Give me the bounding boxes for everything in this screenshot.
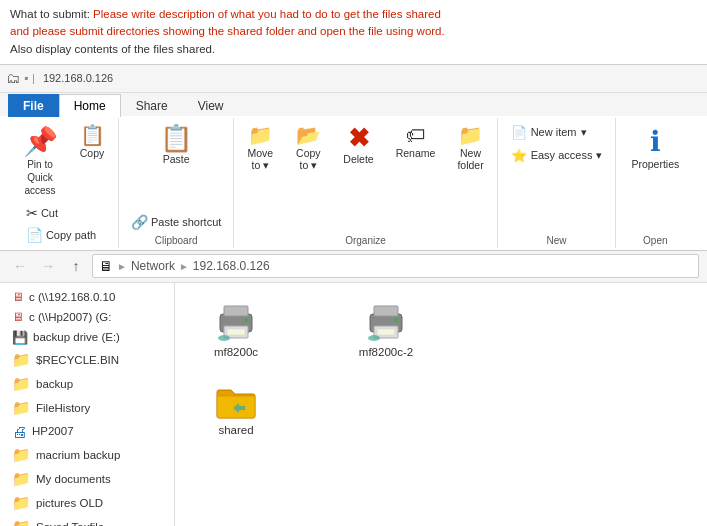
folder-icon-backup: 📁: [12, 375, 31, 393]
cut-button[interactable]: ✂ Cut: [20, 202, 102, 224]
sidebar-item-pictures[interactable]: 📁 pictures OLD: [0, 491, 174, 515]
instruction-line3: Also display contents of the files share…: [10, 43, 215, 55]
tab-share[interactable]: Share: [121, 94, 183, 117]
properties-button[interactable]: ℹ Properties: [622, 122, 688, 173]
file-row-2: shared: [191, 379, 691, 441]
ribbon-group-paste: 📋 Paste 🔗 Paste shortcut Clipboard: [119, 118, 234, 248]
sidebar-item-filehistory[interactable]: 📁 FileHistory: [0, 396, 174, 420]
properties-label: Properties: [631, 158, 679, 170]
instruction-highlight: Please write description of what you had…: [93, 8, 441, 20]
paste-button[interactable]: 📋 Paste: [153, 122, 199, 168]
svg-rect-1: [224, 306, 248, 316]
sidebar-label-c1: c (\\192.168.0.10: [29, 291, 115, 303]
copy-to-button[interactable]: 📂 Copyto ▾: [288, 122, 328, 174]
svg-point-3: [244, 318, 248, 322]
pin-icon: 📌: [23, 125, 58, 158]
tab-view[interactable]: View: [183, 94, 239, 117]
sidebar-item-backup[interactable]: 📁 backup: [0, 372, 174, 396]
new-group-label: New: [547, 233, 567, 246]
new-item-arrow: ▾: [581, 126, 587, 139]
sidebar-item-mydocs[interactable]: 📁 My documents: [0, 467, 174, 491]
address-sep: ►: [179, 261, 189, 272]
pin-label: Pin to Quick access: [17, 158, 63, 197]
sidebar-item-macrium[interactable]: 📁 macrium backup: [0, 443, 174, 467]
folder-icon-mydocs: 📁: [12, 470, 31, 488]
paste-label: Paste: [163, 153, 190, 165]
delete-icon: ✖: [348, 125, 370, 151]
clipboard-stack: 📋 Copy: [72, 122, 112, 162]
file-item-printer2[interactable]: mf8200c-2: [341, 295, 431, 363]
open-items: ℹ Properties: [622, 122, 688, 233]
address-computer-icon: 🖥: [99, 258, 113, 274]
sidebar-item-c1[interactable]: 🖥 c (\\192.168.0.10: [0, 287, 174, 307]
nav-bar: ← → ↑ 🖥 ► Network ► 192.168.0.126: [0, 251, 707, 283]
address-chevron1: ►: [117, 261, 127, 272]
easy-access-button[interactable]: ⭐ Easy access ▾: [504, 145, 610, 166]
address-bar[interactable]: 🖥 ► Network ► 192.168.0.126: [92, 254, 699, 278]
title-bar: 🗂 ▪ | 192.168.0.126: [0, 65, 707, 93]
printer1-label: mf8200c: [214, 346, 258, 358]
sidebar-label-c2: c (\\Hp2007) (G:: [29, 311, 111, 323]
new-folder-icon: 📁: [458, 125, 483, 145]
file-item-printer1[interactable]: mf8200c: [191, 295, 281, 363]
move-to-button[interactable]: 📁 Moveto ▾: [240, 122, 280, 174]
sidebar-label-backup-drive: backup drive (E:): [33, 331, 120, 343]
address-ip: 192.168.0.126: [193, 259, 270, 273]
tab-home[interactable]: Home: [59, 94, 121, 117]
new-folder-button[interactable]: 📁 Newfolder: [450, 122, 490, 174]
back-button[interactable]: ←: [8, 254, 32, 278]
move-to-icon: 📁: [248, 125, 273, 145]
cut-label: Cut: [41, 207, 58, 219]
hp-icon: 🖨: [12, 423, 27, 440]
pin-to-quick-access-button[interactable]: 📌 Pin to Quick access: [10, 122, 70, 200]
ribbon-group-new: 📄 New item ▾ ⭐ Easy access ▾ New: [498, 118, 617, 248]
clipboard-label: Clipboard: [155, 233, 198, 246]
drive-icon: 💾: [12, 330, 28, 345]
copy-to-icon: 📂: [296, 125, 321, 145]
ribbon: 📌 Pin to Quick access 📋 Copy ✂ Cut 📄 Cop…: [0, 116, 707, 251]
rename-button[interactable]: 🏷 Rename: [389, 122, 443, 162]
main-content: 🖥 c (\\192.168.0.10 🖥 c (\\Hp2007) (G: 💾…: [0, 283, 707, 526]
printer2-label: mf8200c-2: [359, 346, 413, 358]
svg-rect-4: [227, 329, 245, 335]
instruction-line2: and please submit directories showing th…: [10, 25, 445, 37]
paste-shortcut-button[interactable]: 🔗 Paste shortcut: [125, 211, 227, 233]
sidebar-label-taxfile: Saved Taxfile: [36, 521, 104, 526]
file-item-shared[interactable]: shared: [191, 379, 281, 441]
sidebar-item-taxfile[interactable]: 📁 Saved Taxfile: [0, 515, 174, 526]
easy-access-label: Easy access: [531, 149, 593, 161]
tab-file[interactable]: File: [8, 94, 59, 117]
quick-access-icon: ▪: [24, 71, 28, 85]
delete-button[interactable]: ✖ Delete: [336, 122, 380, 168]
folder-icon-macrium: 📁: [12, 446, 31, 464]
file-row-1: mf8200c mf8200c-2: [191, 295, 691, 363]
copy-button[interactable]: 📋 Copy: [72, 122, 112, 162]
delete-label: Delete: [343, 153, 373, 165]
sidebar-item-backup-drive[interactable]: 💾 backup drive (E:): [0, 327, 174, 348]
forward-button[interactable]: →: [36, 254, 60, 278]
organize-label: Organize: [345, 233, 386, 246]
cut-icon: ✂: [26, 205, 38, 221]
sidebar-item-recycle[interactable]: 📁 $RECYCLE.BIN: [0, 348, 174, 372]
svg-point-5: [218, 335, 230, 341]
paste-shortcut-label: Paste shortcut: [151, 216, 221, 228]
sidebar-label-backup: backup: [36, 378, 73, 390]
sidebar: 🖥 c (\\192.168.0.10 🖥 c (\\Hp2007) (G: 💾…: [0, 283, 175, 526]
easy-access-arrow: ▾: [596, 149, 602, 162]
copy-path-button[interactable]: 📄 Copy path: [20, 224, 102, 246]
file-area: mf8200c mf8200c-2: [175, 283, 707, 526]
sidebar-item-c2[interactable]: 🖥 c (\\Hp2007) (G:: [0, 307, 174, 327]
svg-point-9: [394, 318, 398, 322]
new-item-button[interactable]: 📄 New item ▾: [504, 122, 610, 143]
sidebar-item-hp2007[interactable]: 🖨 HP2007: [0, 420, 174, 443]
printer1-icon: [212, 300, 260, 342]
up-button[interactable]: ↑: [64, 254, 88, 278]
new-item-label: New item: [531, 126, 577, 138]
shared-folder-icon: [215, 384, 257, 420]
folder-icon-pictures: 📁: [12, 494, 31, 512]
ribbon-tabs: File Home Share View: [0, 93, 707, 116]
properties-icon: ℹ: [650, 125, 661, 158]
svg-rect-7: [374, 306, 398, 316]
folder-title-icon: 🗂: [6, 70, 20, 86]
printer2-icon: [362, 300, 410, 342]
